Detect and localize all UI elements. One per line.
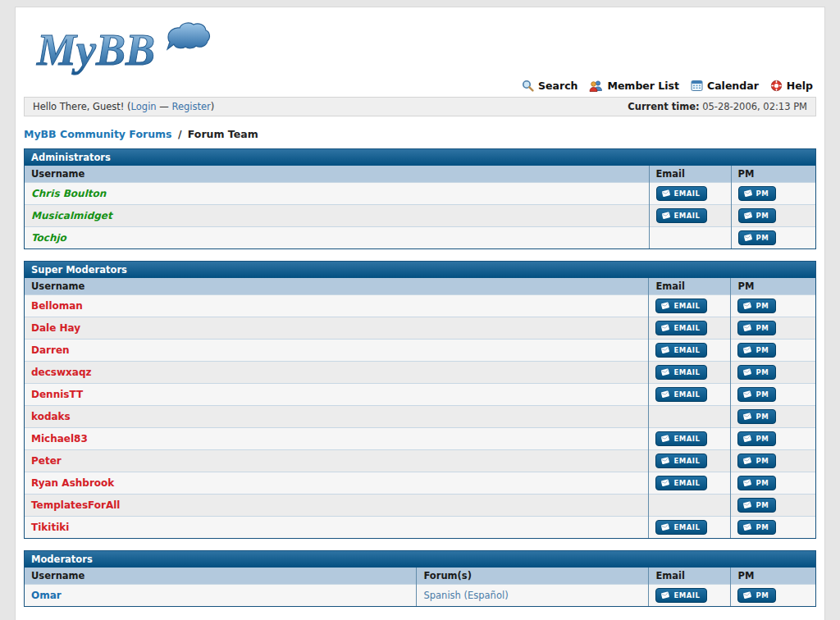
email-button[interactable]: EMAIL [655, 365, 707, 380]
username-cell: DennisTT [25, 384, 649, 406]
email-button[interactable]: EMAIL [656, 186, 708, 201]
username-link[interactable]: Michael83 [31, 433, 88, 444]
email-button[interactable]: EMAIL [655, 387, 707, 402]
mybb-logo[interactable]: MyBB [30, 22, 219, 80]
pm-button-label: PM [756, 501, 769, 509]
username-link[interactable]: Omar [31, 590, 62, 601]
username-link[interactable]: Chris Boulton [31, 188, 106, 199]
table-row: PeterEMAILPM [25, 450, 815, 472]
table-row: DennisTTEMAILPM [25, 384, 815, 406]
pm-button[interactable]: PM [737, 321, 776, 335]
nav-calendar[interactable]: Calendar [691, 80, 759, 92]
username-link[interactable]: Darren [31, 344, 70, 356]
pm-button[interactable]: PM [737, 520, 776, 535]
pm-button[interactable]: PM [737, 431, 776, 446]
column-header-email: Email [649, 568, 731, 585]
username-link[interactable]: decswxaqz [31, 367, 91, 378]
forum-link[interactable]: Spanish (Español) [423, 590, 508, 601]
pm-button[interactable]: PM [737, 365, 776, 380]
pm-button[interactable]: PM [737, 409, 776, 424]
breadcrumb-forums-link[interactable]: MyBB Community Forums [24, 128, 172, 140]
nav-help[interactable]: Help [770, 80, 813, 92]
pm-button-label: PM [756, 591, 769, 599]
pm-button[interactable]: PM [738, 230, 777, 245]
username-link[interactable]: Peter [31, 455, 62, 467]
logo-speech-bubble [167, 23, 209, 49]
email-button[interactable]: EMAIL [656, 208, 708, 223]
breadcrumb: MyBB Community Forums / Forum Team [24, 128, 816, 140]
pm-cell: PM [731, 450, 815, 472]
table-row: MusicalmidgetEMAILPM [25, 205, 815, 227]
letter-icon [742, 457, 752, 465]
username-link[interactable]: Belloman [31, 300, 83, 312]
pm-button[interactable]: PM [737, 299, 776, 313]
email-button-label: EMAIL [673, 591, 700, 599]
table-row: decswxaqzEMAILPM [25, 362, 815, 384]
username-link[interactable]: Musicalmidget [31, 210, 112, 221]
username-link[interactable]: Ryan Ashbrook [31, 477, 114, 489]
table-row: Dale HayEMAILPM [25, 317, 815, 340]
pm-button[interactable]: PM [738, 208, 777, 223]
pm-cell: PM [731, 384, 815, 406]
top-navigation: Search Member List Calendar [24, 78, 816, 97]
email-cell: EMAIL [649, 450, 731, 472]
pm-button[interactable]: PM [737, 588, 776, 603]
table-row: Chris BoultonEMAILPM [25, 183, 815, 205]
pm-button[interactable]: PM [737, 387, 776, 402]
pm-button[interactable]: PM [737, 476, 776, 490]
username-cell: Tochjo [25, 227, 649, 249]
welcome-bar: Hello There, Guest! (Login — Register) C… [24, 97, 816, 116]
pm-button-label: PM [756, 457, 769, 465]
member-list-icon [589, 80, 603, 92]
pm-button[interactable]: PM [738, 186, 777, 201]
email-cell [649, 406, 731, 428]
column-header-username: Username [25, 568, 417, 585]
email-button-label: EMAIL [673, 457, 700, 465]
username-link[interactable]: Dale Hay [31, 322, 80, 334]
email-button[interactable]: EMAIL [655, 431, 707, 446]
pm-cell: PM [731, 495, 815, 517]
pm-button[interactable]: PM [737, 498, 776, 513]
email-button[interactable]: EMAIL [655, 299, 707, 313]
username-link[interactable]: Tikitiki [31, 522, 69, 533]
email-button[interactable]: EMAIL [655, 454, 707, 468]
username-cell: Belloman [25, 295, 649, 317]
letter-icon [661, 212, 671, 220]
column-header-pm: PM [731, 278, 815, 295]
column-header-forums: Forum(s) [417, 568, 649, 585]
email-cell: EMAIL [649, 340, 731, 362]
pm-button-label: PM [756, 346, 769, 354]
register-link[interactable]: Register [171, 101, 210, 112]
nav-calendar-label: Calendar [707, 80, 759, 92]
username-link[interactable]: Tochjo [31, 232, 66, 244]
nav-search[interactable]: Search [522, 80, 578, 92]
username-cell: Omar [25, 585, 417, 607]
pm-button[interactable]: PM [737, 343, 776, 358]
page-container: MyBB Search Member List [15, 7, 825, 620]
username-cell: decswxaqz [25, 362, 649, 384]
pm-cell: PM [731, 183, 815, 205]
forums-cell: Spanish (Español) [417, 585, 649, 607]
email-button[interactable]: EMAIL [655, 343, 707, 358]
nav-search-label: Search [538, 80, 578, 92]
nav-member-list[interactable]: Member List [589, 80, 679, 92]
username-link[interactable]: TemplatesForAll [31, 499, 120, 511]
letter-icon [742, 501, 752, 509]
email-button[interactable]: EMAIL [655, 588, 707, 603]
email-button[interactable]: EMAIL [655, 520, 707, 535]
table-row: TemplatesForAllPM [25, 495, 815, 517]
email-button[interactable]: EMAIL [655, 321, 707, 335]
letter-icon [743, 189, 753, 198]
email-cell: EMAIL [649, 362, 731, 384]
pm-button[interactable]: PM [737, 454, 776, 468]
letter-icon [742, 390, 752, 399]
letter-icon [660, 324, 670, 332]
letter-icon [743, 212, 753, 220]
paren: ) [211, 101, 215, 112]
letter-icon [661, 189, 671, 198]
email-button[interactable]: EMAIL [655, 476, 707, 490]
username-link[interactable]: DennisTT [31, 389, 83, 400]
login-link[interactable]: Login [131, 101, 157, 112]
pm-cell: PM [731, 517, 815, 539]
username-link[interactable]: kodaks [31, 411, 71, 422]
